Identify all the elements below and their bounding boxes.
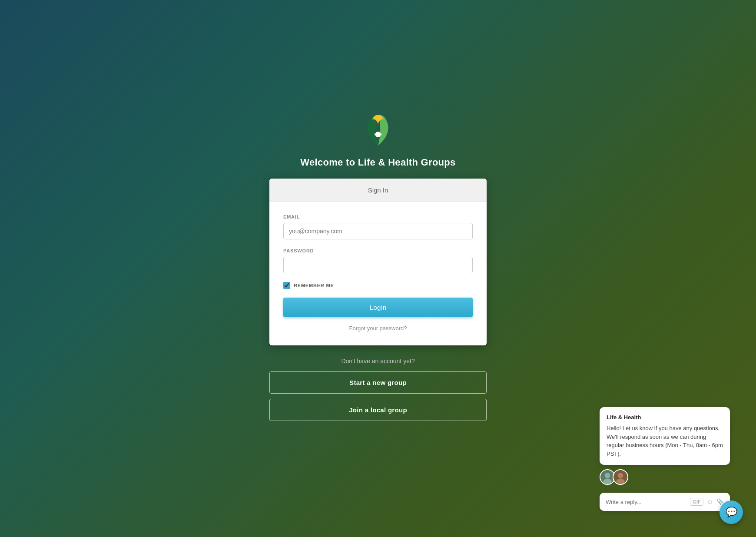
avatar-2	[613, 469, 628, 485]
forgot-password-link[interactable]: Forgot your password?	[283, 325, 473, 331]
svg-point-3	[605, 473, 610, 478]
chat-company-name: Life & Health	[607, 414, 723, 421]
main-container: Welcome to Life & Health Groups Sign In …	[237, 111, 519, 426]
chat-widget: Life & Health Hello! Let us know if you …	[600, 407, 730, 511]
chat-reply-actions: GIF ☺ 📎	[690, 498, 724, 506]
signin-body: EMAIL PASSWORD REMEMBER ME Login Forgot …	[269, 202, 487, 345]
chat-icon: 💬	[726, 507, 737, 518]
signin-header: Sign In	[269, 179, 487, 202]
remember-me-label: REMEMBER ME	[294, 283, 334, 288]
start-new-group-button[interactable]: Start a new group	[269, 371, 487, 394]
chat-toggle-button[interactable]: 💬	[720, 501, 743, 524]
password-input[interactable]	[283, 257, 473, 273]
password-label: PASSWORD	[283, 248, 473, 253]
logo-area: Welcome to Life & Health Groups	[300, 111, 455, 168]
chat-message-text: Hello! Let us know if you have any quest…	[607, 424, 723, 458]
chat-bubble: Life & Health Hello! Let us know if you …	[600, 407, 730, 465]
login-button[interactable]: Login	[283, 298, 473, 317]
email-group: EMAIL	[283, 214, 473, 239]
chat-reply-box: GIF ☺ 📎	[600, 493, 730, 511]
chat-avatars	[600, 469, 628, 485]
remember-me-checkbox[interactable]	[283, 282, 290, 289]
welcome-title: Welcome to Life & Health Groups	[300, 157, 455, 168]
no-account-text: Don't have an account yet?	[341, 358, 414, 365]
chat-reply-input[interactable]	[606, 499, 690, 505]
gif-button[interactable]: GIF	[690, 498, 703, 506]
app-logo	[358, 111, 398, 150]
email-input[interactable]	[283, 223, 473, 239]
emoji-icon[interactable]: ☺	[707, 498, 713, 505]
password-group: PASSWORD	[283, 248, 473, 273]
join-local-group-button[interactable]: Join a local group	[269, 399, 487, 421]
svg-rect-1	[376, 132, 380, 137]
signin-card: Sign In EMAIL PASSWORD REMEMBER ME Login…	[269, 179, 487, 345]
remember-row: REMEMBER ME	[283, 282, 473, 289]
email-label: EMAIL	[283, 214, 473, 219]
svg-point-6	[618, 473, 623, 478]
